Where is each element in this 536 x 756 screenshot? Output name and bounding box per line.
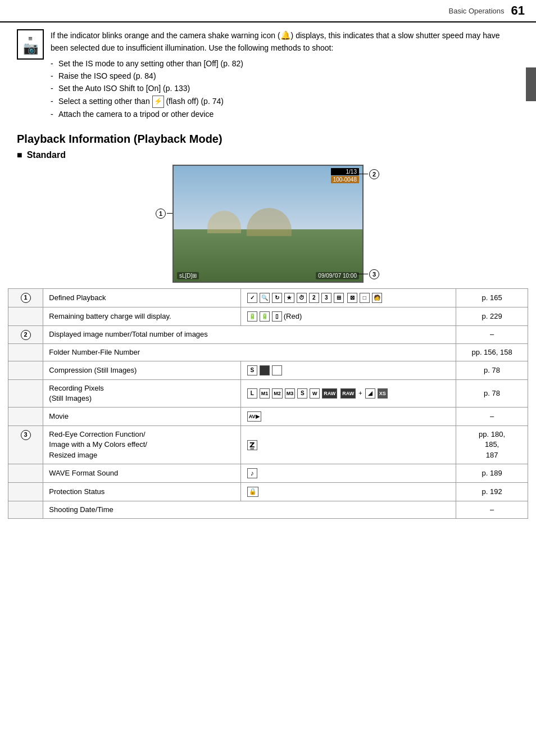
row-num-3: 2 — [8, 325, 43, 343]
table-row: WAVE Format Sound ♪ p. 189 — [8, 464, 528, 482]
icon-star: ★ — [284, 293, 294, 303]
folder-number: 100-0048 — [331, 176, 359, 183]
camera-screen: 1/13 100-0048 sL[D]⊞ 09/09/'07 10:00 — [172, 165, 364, 283]
warning-text: If the indicator blinks orange and the c… — [51, 29, 519, 120]
icon-clock: ⏱ — [297, 293, 307, 303]
header-bar: Basic Operations 61 — [0, 0, 536, 22]
row-label-5: Compression (Still Images) — [43, 361, 240, 379]
row-num-9 — [8, 464, 43, 482]
sub-heading: Standard — [17, 150, 519, 160]
callout-2-table: 2 — [21, 330, 31, 340]
icon-person: 🧑 — [372, 293, 382, 303]
bottom-icons-bar: sL[D]⊞ — [177, 272, 199, 279]
pixel-icons: L M1 M2 M3 S W RAW RAW + ◢ XS — [247, 388, 450, 399]
row-ref-11: – — [456, 501, 528, 518]
row-icons-10: 🔒 — [240, 482, 456, 501]
section-label: Basic Operations — [449, 7, 505, 15]
callout-3: 3 — [369, 269, 379, 279]
row-icons-8: Z̲ — [240, 426, 456, 464]
row-ref-1: p. 165 — [456, 288, 528, 307]
px-plus: + — [358, 390, 362, 397]
bullet-4: Select a setting other than ⚡ (flash off… — [51, 95, 519, 108]
shake-icon: 🔔 — [280, 30, 291, 40]
camera-screen-wrapper: 1 1/13 100-0048 sL[D]⊞ 09/09/'07 10:00 — [172, 165, 364, 283]
row-ref-6: p. 78 — [456, 379, 528, 407]
px-M3: M3 — [285, 388, 296, 399]
icon-magnify: 🔍 — [260, 293, 270, 303]
comp-triangle — [260, 365, 270, 375]
row-num-11 — [8, 501, 43, 518]
playback-icons: ✓ 🔍 ↻ ★ ⏱ 2 3 ⊞ ⊠ □ 🧑 — [247, 292, 450, 304]
row-num-5 — [8, 361, 43, 379]
camera-display-area: 1 1/13 100-0048 sL[D]⊞ 09/09/'07 10:00 — [17, 165, 519, 283]
row-num-2 — [8, 307, 43, 325]
row-ref-5: p. 78 — [456, 361, 528, 379]
movie-avi: AV▶ — [247, 411, 261, 422]
icon-num3: 3 — [321, 293, 331, 303]
icon-num2: 2 — [309, 293, 319, 303]
movie-icons: AV▶ — [247, 411, 450, 422]
bullet-3: Set the Auto ISO Shift to [On] (p. 133) — [51, 82, 519, 94]
page-number: 61 — [511, 3, 525, 18]
icon-x: ⊠ — [347, 293, 357, 303]
row-icons-1: ✓ 🔍 ↻ ★ ⏱ 2 3 ⊞ ⊠ □ 🧑 — [240, 288, 456, 307]
px-S: S — [297, 388, 307, 399]
row-icons-6: L M1 M2 M3 S W RAW RAW + ◢ XS — [240, 379, 456, 407]
battery-half: 🔋 — [260, 311, 270, 322]
callout-3-table: 3 — [21, 430, 31, 440]
warning-icon: ≡ 📷 — [17, 29, 44, 60]
callout-1-table: 1 — [21, 293, 31, 303]
wave-sound: ♪ — [247, 468, 257, 478]
bullet-5: Attach the camera to a tripod or other d… — [51, 108, 519, 120]
row-num-8: 3 — [8, 426, 43, 464]
row-label-10: Protection Status — [43, 482, 240, 501]
callout-3-wrapper: 3 — [357, 269, 379, 279]
px-L: L — [247, 388, 257, 399]
row-num-4 — [8, 343, 43, 361]
px-M1: M1 — [260, 388, 270, 399]
table-row: 1 Defined Playback ✓ 🔍 ↻ ★ ⏱ 2 3 — [8, 288, 528, 307]
battery-full: 🔋 — [247, 311, 257, 322]
row-ref-7: – — [456, 408, 528, 426]
table-row: Folder Number-File Number pp. 156, 158 — [8, 343, 528, 361]
row-num-7 — [8, 408, 43, 426]
icon-square: □ — [360, 293, 370, 303]
row-ref-9: p. 189 — [456, 464, 528, 482]
battery-label: Remaining battery charge will display. — [49, 312, 171, 320]
icon-checkmark: ✓ — [247, 293, 257, 303]
bullet-1: Set the IS mode to any setting other tha… — [51, 57, 519, 70]
defined-playback-label: Defined Playback — [49, 293, 106, 302]
row-label-8: Red-Eye Correction Function/Image with a… — [43, 426, 240, 464]
protection-icon: 🔒 — [247, 487, 258, 497]
row-num-1: 1 — [8, 288, 43, 307]
wave-icons: ♪ — [247, 468, 450, 479]
warning-paragraph: If the indicator blinks orange and the c… — [51, 29, 519, 54]
table-row: 3 Red-Eye Correction Function/Image with… — [8, 426, 528, 464]
row-label-4: Folder Number-File Number — [43, 343, 456, 361]
px-M2: M2 — [272, 388, 283, 399]
redeye-icon: Z̲ — [247, 440, 257, 450]
battery-low: ▯ — [272, 311, 282, 322]
row-icons-5: S — [240, 361, 456, 379]
row-label-7: Movie — [43, 408, 240, 426]
px-W: W — [310, 388, 320, 399]
px-RAW2: RAW — [340, 388, 356, 399]
right-tab — [526, 67, 536, 101]
callout-3-line — [357, 274, 368, 274]
table-row: Movie AV▶ – — [8, 408, 528, 426]
red-label: (Red) — [284, 312, 302, 321]
table-row: Recording Pixels(Still Images) L M1 M2 M… — [8, 379, 528, 407]
overlay-top-right: 1/13 100-0048 — [331, 168, 359, 183]
callout-2-line — [357, 174, 368, 174]
row-num-6 — [8, 379, 43, 407]
row-ref-8: pp. 180,185,187 — [456, 426, 528, 464]
table-row: Shooting Date/Time – — [8, 501, 528, 518]
icon-grid: ⊞ — [334, 293, 344, 303]
table-row: 2 Displayed image number/Total number of… — [8, 325, 528, 343]
px-RAW: RAW — [322, 388, 337, 399]
row-label-11: Shooting Date/Time — [43, 501, 456, 518]
callout-2: 2 — [369, 169, 379, 179]
row-label-2: Remaining battery charge will display. — [43, 307, 240, 325]
section-heading: Playback Information (Playback Mode) — [17, 133, 519, 146]
row-icons-7: AV▶ — [240, 408, 456, 426]
